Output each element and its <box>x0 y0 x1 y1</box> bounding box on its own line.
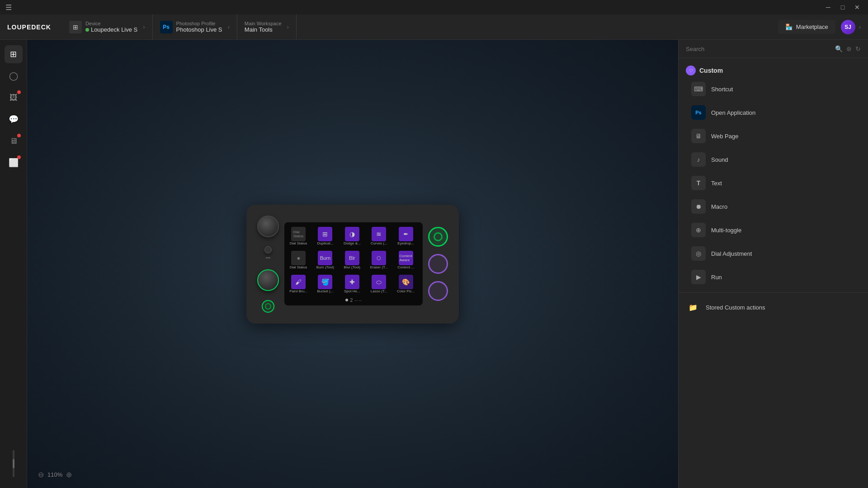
ps-icon: Ps <box>160 21 173 33</box>
screen-grid-row2: ◉ Dial Status Burn Burn (Tool) Blr Blur … <box>287 249 420 272</box>
cell-icon-duplicate: ⊞ <box>318 227 332 241</box>
cell-icon-curves: ≋ <box>372 227 386 241</box>
action-shortcut[interactable]: ⌨ Shortcut <box>682 77 864 101</box>
scroll-area <box>13 175 14 483</box>
dial-inner-indicator <box>262 300 274 313</box>
profile-label: Photoshop Profile <box>176 21 222 26</box>
round-btn-bottom[interactable] <box>428 281 448 301</box>
screen-pages: 2 – – <box>287 297 420 303</box>
round-btn-top[interactable] <box>428 227 448 247</box>
refresh-icon[interactable]: ↻ <box>855 45 861 52</box>
web-page-icon: 🖥 <box>691 129 706 143</box>
sidebar-item-circle[interactable]: ◯ <box>5 67 23 85</box>
multi-toggle-label: Multi-toggle <box>711 227 741 234</box>
sidebar-item-chat[interactable]: 💬 <box>5 110 23 128</box>
close-button[interactable]: ✕ <box>852 2 863 13</box>
menu-button[interactable]: ☰ <box>5 3 12 12</box>
page-dots-text: – – <box>354 297 361 303</box>
shortcut-icon: ⌨ <box>691 82 706 96</box>
cell-label-dial-status: Dial Status <box>290 242 307 246</box>
screen-cell-curves[interactable]: ≋ Curves (... <box>368 225 390 248</box>
screen-cell-spothealing[interactable]: ✚ Spot He... <box>341 273 363 296</box>
sound-label: Sound <box>711 156 728 163</box>
filter-icon[interactable]: ⊛ <box>846 45 852 52</box>
screen-cell-content[interactable]: ContentAware Content ... <box>395 249 417 272</box>
cell-icon-dial-status2: ◉ <box>291 251 306 265</box>
workspace-chevron-icon: › <box>287 23 289 30</box>
marketplace-button[interactable]: 🏪 Marketplace <box>778 20 835 34</box>
search-icon[interactable]: 🔍 <box>835 45 843 52</box>
panel-separator <box>679 292 868 293</box>
device-screen: DialStatus Dial Status ⊞ Duplicat... ◑ D… <box>284 222 423 305</box>
action-macro[interactable]: ⏺ Macro <box>682 195 864 218</box>
screen-cell-blur[interactable]: Blr Blur (Tool) <box>341 249 363 272</box>
maximize-button[interactable]: □ <box>837 2 848 13</box>
chat-icon: 💬 <box>9 114 19 124</box>
screen-cell-burn[interactable]: Burn Burn (Tool) <box>314 249 336 272</box>
action-open-application[interactable]: Ps Open Application <box>682 101 864 124</box>
screen-cell-lasso[interactable]: ⬭ Lasso (T... <box>368 273 390 296</box>
action-web-page[interactable]: 🖥 Web Page <box>682 124 864 148</box>
cell-label-burn: Burn (Tool) <box>316 266 334 270</box>
action-run[interactable]: ▶ Run <box>682 265 864 289</box>
macro-label: Macro <box>711 203 727 210</box>
workspace-value: Main Tools <box>245 26 282 33</box>
cell-label-duplicate: Duplicat... <box>317 242 334 246</box>
bubble-icon: ⬜ <box>9 158 19 168</box>
round-btn-middle[interactable] <box>428 254 448 274</box>
screen-cell-dial-status2[interactable]: ◉ Dial Status <box>287 249 310 272</box>
zoom-in-button[interactable]: ⊕ <box>66 470 72 479</box>
device-right-controls <box>428 227 448 301</box>
minimize-button[interactable]: ─ <box>823 2 834 13</box>
cell-label-content: Content ... <box>397 266 414 270</box>
action-multi-toggle[interactable]: ⊕ Multi-toggle <box>682 218 864 242</box>
action-dial-adjustment[interactable]: ◎ Dial Adjustment <box>682 242 864 265</box>
image-badge <box>17 90 21 94</box>
text-icon: T <box>691 176 706 190</box>
cell-label-dodge: Dodge &... <box>344 242 361 246</box>
screen-cell-eyedrop[interactable]: ✒ Eyedrop... <box>395 225 417 248</box>
device-selector[interactable]: ⊞ Device Loupedeck Live S › <box>62 14 153 39</box>
search-bar: 🔍 ⊛ ↻ <box>679 40 868 58</box>
screen-cell-eraser[interactable]: ⬡ Eraser (T... <box>368 249 390 272</box>
header-bar: LOUPEDECK ⊞ Device Loupedeck Live S › Ps… <box>0 14 868 40</box>
sidebar-item-image[interactable]: 🖼 <box>5 89 23 107</box>
workspace-selector[interactable]: Main Workspace Main Tools › <box>237 14 297 39</box>
stored-section[interactable]: 📁 Stored Custom actions <box>679 296 868 318</box>
screen-cell-duplicate[interactable]: ⊞ Duplicat... <box>314 225 336 248</box>
sidebar-item-grid[interactable]: ⊞ <box>5 45 23 63</box>
marketplace-label: Marketplace <box>796 23 828 30</box>
cell-label-eraser: Eraser (T... <box>370 266 388 270</box>
profile-value: Photoshop Live S <box>176 26 222 33</box>
grid-icon: ⊞ <box>10 49 17 59</box>
marketplace-icon: 🏪 <box>785 23 793 30</box>
screen-cell-dodge[interactable]: ◑ Dodge &... <box>341 225 363 248</box>
screen-cell-paintbrush[interactable]: 🖌 Paint Bru... <box>287 273 310 296</box>
screen-cell-dial-status[interactable]: DialStatus Dial Status <box>287 225 310 248</box>
workspace-label: Main Workspace <box>245 21 282 26</box>
dial-bottom[interactable] <box>257 269 279 291</box>
screen-cell-bucket[interactable]: 🪣 Bucket (... <box>314 273 336 296</box>
search-input[interactable] <box>686 46 831 52</box>
zoom-out-button[interactable]: ⊖ <box>38 470 44 479</box>
stored-folder-icon: 📁 <box>686 300 700 314</box>
action-text[interactable]: T Text <box>682 171 864 195</box>
bubble-badge <box>17 155 21 159</box>
multi-toggle-icon: ⊕ <box>691 223 706 237</box>
sidebar-item-monitor[interactable]: 🖥 <box>5 132 23 150</box>
screen-cell-colorpicker[interactable]: 🎨 Color Pic... <box>395 273 417 296</box>
profile-selector[interactable]: Ps Photoshop Profile Photoshop Live S › <box>153 14 237 39</box>
stored-label: Stored Custom actions <box>706 304 765 311</box>
open-application-icon: Ps <box>691 105 706 120</box>
cell-icon-eraser: ⬡ <box>372 251 386 265</box>
dial-top[interactable] <box>257 216 279 237</box>
app-logo: LOUPEDECK <box>7 23 51 31</box>
cell-label-colorpicker: Color Pic... <box>397 290 415 294</box>
avatar[interactable]: SJ <box>841 20 855 34</box>
action-sound[interactable]: ♪ Sound <box>682 148 864 171</box>
header-more-button[interactable]: › <box>859 23 861 30</box>
sidebar-item-bubble[interactable]: ⬜ <box>5 154 23 172</box>
dial-small[interactable] <box>264 246 272 253</box>
device-label: Device <box>85 21 137 26</box>
scroll-indicator[interactable] <box>13 450 14 477</box>
